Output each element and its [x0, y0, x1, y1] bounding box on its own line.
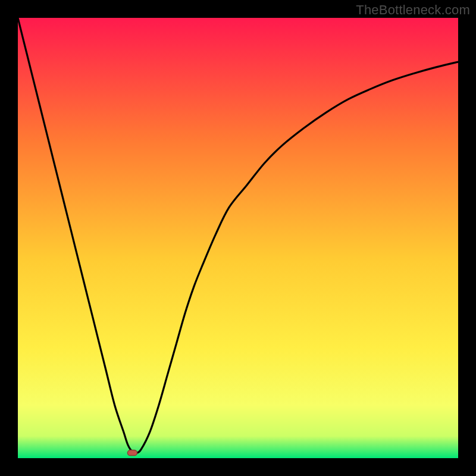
minimum-marker — [127, 450, 137, 456]
chart-frame: TheBottleneck.com — [0, 0, 476, 476]
chart-svg — [18, 18, 458, 458]
chart-plot-area — [18, 18, 458, 458]
gradient-background — [18, 18, 458, 458]
watermark-label: TheBottleneck.com — [356, 2, 470, 18]
